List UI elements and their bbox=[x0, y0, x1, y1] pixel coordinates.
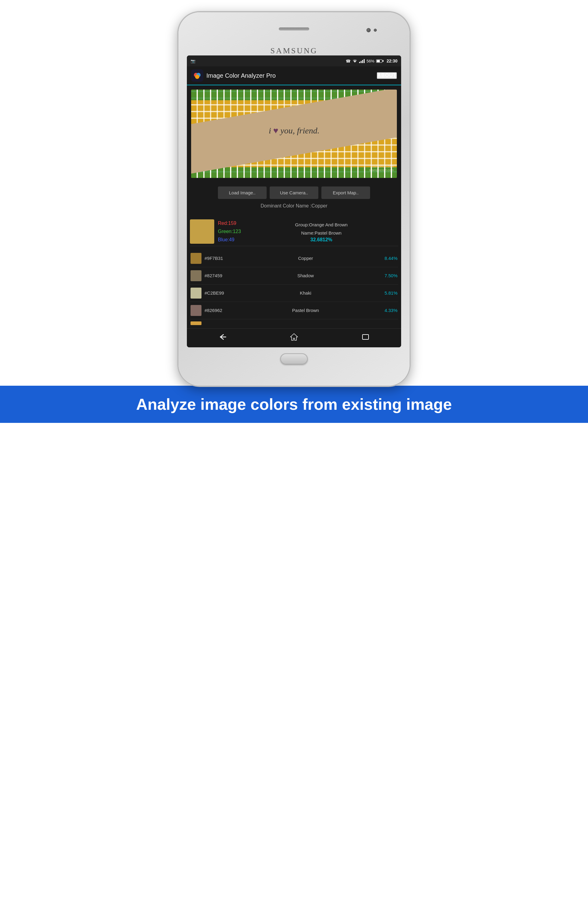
rgb-red-value: Red:159 bbox=[218, 219, 241, 227]
svg-point-2 bbox=[195, 75, 199, 79]
banner-message: i ♥ you, friend. bbox=[269, 125, 320, 136]
heart-symbol: ♥ bbox=[273, 125, 278, 136]
home-icon bbox=[290, 333, 298, 341]
color-name-0: Copper bbox=[235, 256, 376, 261]
top-color-info: Group:Orange And Brown Name:Pastel Brown… bbox=[245, 220, 398, 243]
color-analysis-section: Red:159 Green:123 Blue:49 Group:Orange A… bbox=[187, 217, 401, 329]
battery-icon bbox=[376, 59, 383, 63]
app-icon-svg bbox=[192, 71, 202, 80]
bottom-banner: Analyze image colors from existing image bbox=[0, 386, 588, 423]
green-border-bottom bbox=[191, 167, 397, 178]
color-swatch-0 bbox=[191, 253, 202, 264]
color-name-1: Shadow bbox=[235, 273, 376, 278]
rgb-blue-value: Blue:49 bbox=[218, 235, 241, 244]
color-pct-3: 4.33% bbox=[379, 308, 397, 313]
app-title: Image Color Analyzer Pro bbox=[206, 72, 276, 79]
color-pct-main: 32.6812% bbox=[245, 237, 398, 243]
nav-recents-button[interactable] bbox=[330, 333, 401, 343]
status-left-icons: 📷 bbox=[191, 59, 195, 63]
load-image-button[interactable]: Load Image.. bbox=[218, 186, 267, 199]
color-name-main: Name:Pastel Brown bbox=[245, 229, 398, 237]
top-color-rgb: Red:159 Green:123 Blue:49 bbox=[218, 219, 241, 244]
notification-icon: 📷 bbox=[191, 59, 195, 63]
battery-pct: 56% bbox=[367, 59, 374, 63]
speaker-grille bbox=[279, 28, 309, 31]
button-row: Load Image.. Use Camera.. Export Map.. bbox=[192, 186, 396, 199]
analyzed-image: i ♥ you, friend. stampinup.comstampncraf… bbox=[191, 89, 397, 178]
status-right-icons: ☎ 56% bbox=[346, 58, 397, 63]
camera-lens bbox=[367, 28, 371, 32]
color-pct-0: 8.44% bbox=[379, 256, 397, 261]
color-swatch-2 bbox=[191, 288, 202, 298]
bluetooth-icon: ☎ bbox=[346, 59, 351, 63]
color-hex-0: #9F7B31 bbox=[205, 256, 232, 261]
nav-bar bbox=[187, 329, 401, 347]
color-hex-3: #826962 bbox=[205, 308, 232, 313]
status-time: 22:30 bbox=[386, 58, 397, 63]
app-icon bbox=[191, 70, 203, 82]
color-hex-1: #827459 bbox=[205, 273, 232, 278]
color-row-1: #827459 Shadow 7.50% bbox=[190, 267, 398, 285]
color-name-2: Khaki bbox=[235, 290, 376, 295]
dominant-color-label: Dominant Color Name :Copper bbox=[192, 203, 396, 209]
about-button[interactable]: ABOUT bbox=[377, 72, 397, 79]
svg-rect-4 bbox=[362, 334, 368, 339]
controls-area: Load Image.. Use Camera.. Export Map.. D… bbox=[187, 182, 401, 217]
color-row-partial bbox=[190, 319, 398, 326]
front-camera-area bbox=[367, 28, 377, 32]
recents-icon bbox=[361, 333, 370, 340]
app-header: Image Color Analyzer Pro ABOUT bbox=[187, 66, 401, 85]
color-hex-2: #C2BE99 bbox=[205, 290, 232, 295]
bottom-banner-text: Analyze image colors from existing image bbox=[136, 395, 452, 414]
phone-top-area bbox=[187, 21, 401, 31]
app-header-left: Image Color Analyzer Pro bbox=[191, 70, 276, 82]
screen-bezel: 📷 ☎ bbox=[187, 55, 401, 347]
color-pct-1: 7.50% bbox=[379, 273, 397, 278]
sensor-dot bbox=[374, 29, 377, 32]
color-swatch-1 bbox=[191, 270, 202, 281]
status-bar: 📷 ☎ bbox=[187, 55, 401, 66]
image-area: i ♥ you, friend. stampinup.comstampncraf… bbox=[187, 85, 401, 182]
top-color-row: Red:159 Green:123 Blue:49 Group:Orange A… bbox=[190, 217, 398, 246]
color-name-3: Pastel Brown bbox=[235, 308, 376, 313]
nav-back-button[interactable] bbox=[187, 333, 258, 343]
wifi-icon bbox=[352, 59, 357, 63]
signal-icon bbox=[359, 59, 365, 63]
home-button-area bbox=[187, 347, 401, 368]
image-watermark: stampinup.comstampncraft.com bbox=[369, 165, 394, 172]
nav-home-button[interactable] bbox=[258, 333, 330, 343]
color-row-2: #C2BE99 Khaki 5.81% bbox=[190, 285, 398, 302]
phone-device: SAMSUNG 📷 ☎ bbox=[178, 12, 410, 386]
use-camera-button[interactable]: Use Camera.. bbox=[270, 186, 318, 199]
color-swatch-3 bbox=[191, 305, 202, 316]
color-row-3: #826962 Pastel Brown 4.33% bbox=[190, 302, 398, 319]
phone-shell: SAMSUNG 📷 ☎ bbox=[178, 12, 410, 386]
export-map-button[interactable]: Export Map.. bbox=[321, 186, 370, 199]
color-group-label: Group:Orange And Brown bbox=[245, 220, 398, 229]
color-row-0: #9F7B31 Copper 8.44% bbox=[190, 250, 398, 267]
back-arrow-icon bbox=[218, 333, 227, 340]
color-swatch-partial bbox=[191, 321, 202, 325]
rgb-green-value: Green:123 bbox=[218, 227, 241, 235]
physical-home-button[interactable] bbox=[280, 353, 308, 365]
color-pct-2: 5.81% bbox=[379, 290, 397, 295]
top-color-swatch bbox=[190, 219, 214, 244]
samsung-logo: SAMSUNG bbox=[187, 46, 401, 55]
